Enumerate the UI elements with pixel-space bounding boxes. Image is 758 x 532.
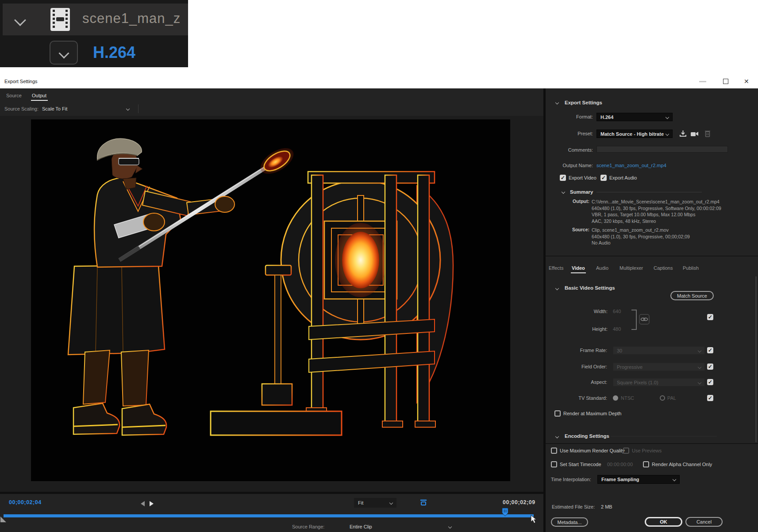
- tab-publish[interactable]: Publish: [683, 265, 699, 271]
- dialog-titlebar: Export Settings ✕: [0, 75, 758, 88]
- encoding-title: Encoding Settings: [565, 433, 609, 439]
- start-timecode-value: 00:00:00:00: [607, 462, 633, 467]
- save-preset-icon[interactable]: [679, 130, 687, 138]
- screenshot-root: scene1_man_z H.264 Export Settings ✕ Sou…: [0, 0, 758, 532]
- frame-rate-checkbox[interactable]: [707, 347, 713, 353]
- film-clip-icon: [50, 7, 71, 32]
- time-interpolation-label: Time Interpolation:: [551, 477, 591, 482]
- ntsc-radio: [613, 395, 618, 401]
- settings-scrollbar-track[interactable]: [755, 276, 757, 442]
- chevron-down-icon: [673, 478, 676, 481]
- maximize-button[interactable]: [723, 79, 728, 84]
- set-out-point-icon[interactable]: [150, 501, 154, 506]
- dialog-title: Export Settings: [4, 79, 38, 84]
- match-source-button[interactable]: Match Source: [670, 291, 714, 300]
- chevron-down-icon: [698, 348, 701, 352]
- queue-clip-name[interactable]: scene1_man_z: [82, 11, 181, 27]
- dimension-bracket: [631, 310, 637, 330]
- format-expand-button[interactable]: [50, 41, 78, 65]
- set-in-point-icon[interactable]: [141, 501, 145, 506]
- queue-format-link[interactable]: H.264: [93, 43, 135, 62]
- chevron-down-icon: [698, 365, 701, 368]
- estimated-size-label: Estimated File Size:: [552, 504, 595, 509]
- queue-inset-panel: scene1_man_z H.264: [0, 0, 188, 67]
- time-interpolation-value: Frame Sampling: [601, 477, 639, 482]
- frame-rate-label: Frame Rate:: [549, 348, 607, 353]
- dimensions-checkbox[interactable]: [707, 314, 713, 320]
- scrubber-bar[interactable]: [4, 514, 534, 517]
- source-scaling-select[interactable]: Scale To Fit: [42, 106, 67, 111]
- import-preset-icon[interactable]: [690, 130, 699, 138]
- link-dimensions-icon[interactable]: [639, 314, 650, 325]
- aspect-label: Aspect:: [549, 379, 607, 385]
- width-value[interactable]: 640: [613, 309, 621, 314]
- tab-source[interactable]: Source: [6, 93, 22, 98]
- summary-source-line: 640x480 (1.0), 30 fps, Progressive, 00;0…: [592, 233, 756, 240]
- render-alpha-checkbox[interactable]: [643, 461, 649, 467]
- tab-audio[interactable]: Audio: [596, 265, 608, 271]
- estimated-size-value: 2 MB: [601, 504, 612, 509]
- preset-label: Preset:: [549, 131, 593, 136]
- tab-video[interactable]: Video: [572, 265, 585, 271]
- chevron-down-icon: [58, 48, 69, 58]
- playhead-handle[interactable]: [502, 508, 508, 517]
- summary-output-line: C:\Venn...ate_Movie_Scenes\scene1_man_zo…: [592, 199, 756, 205]
- source-range-label: Source Range:: [292, 524, 324, 529]
- export-audio-label: Export Audio: [609, 175, 637, 180]
- output-name-link[interactable]: scene1_man_zoom_out_r2.mp4: [596, 163, 666, 168]
- duration-timecode: 00;00;02;09: [503, 499, 535, 505]
- max-render-quality-checkbox[interactable]: [551, 448, 557, 454]
- panel-lower-divider: [546, 443, 758, 444]
- preset-select[interactable]: Match Source - High bitrate: [596, 130, 673, 138]
- metadata-button[interactable]: Metadata...: [551, 517, 588, 527]
- format-value: H.264: [600, 115, 613, 120]
- current-timecode[interactable]: 00;00;02;04: [9, 499, 42, 505]
- tab-output[interactable]: Output: [32, 93, 46, 98]
- summary-rule: [596, 192, 702, 192]
- tab-captions[interactable]: Captions: [654, 265, 673, 271]
- summary-source-line: No Audio: [592, 240, 756, 246]
- zoom-level-select[interactable]: Fit: [354, 498, 396, 508]
- time-interpolation-select[interactable]: Frame Sampling: [597, 475, 680, 484]
- delete-preset-icon[interactable]: [704, 130, 711, 138]
- chevron-down-icon: [666, 115, 669, 119]
- export-video-label: Export Video: [569, 175, 596, 180]
- comments-input[interactable]: [596, 146, 728, 153]
- crop-output-icon[interactable]: [419, 498, 427, 506]
- use-previews-label: Use Previews: [632, 448, 662, 453]
- field-order-checkbox[interactable]: [707, 364, 713, 370]
- summary-output-label: Output:: [549, 199, 589, 204]
- cancel-button[interactable]: Cancel: [685, 517, 723, 527]
- export-video-checkbox[interactable]: [560, 175, 566, 181]
- height-value[interactable]: 480: [613, 326, 621, 332]
- tv-standard-checkbox[interactable]: [707, 395, 713, 401]
- minimize-button[interactable]: [699, 81, 706, 82]
- set-start-timecode-checkbox[interactable]: [551, 461, 557, 467]
- use-previews-checkbox: [623, 448, 629, 454]
- output-name-label: Output Name:: [549, 163, 593, 168]
- tab-effects[interactable]: Effects: [549, 265, 563, 271]
- pane-divider[interactable]: [543, 88, 546, 532]
- close-button[interactable]: ✕: [744, 78, 749, 85]
- format-select[interactable]: H.264: [596, 113, 673, 121]
- toolbar-separator: [138, 104, 139, 113]
- field-order-select: Progressive: [613, 363, 705, 371]
- ok-button[interactable]: OK: [645, 517, 682, 527]
- width-label: Width:: [549, 309, 608, 314]
- source-scaling-label: Source Scaling:: [4, 106, 38, 111]
- render-max-depth-checkbox[interactable]: [554, 410, 561, 417]
- export-audio-checkbox[interactable]: [600, 175, 607, 181]
- frame-rate-value: 30: [617, 348, 622, 353]
- source-range-select[interactable]: Entire Clip: [350, 524, 372, 529]
- aspect-checkbox[interactable]: [707, 379, 713, 385]
- set-start-timecode-label: Set Start Timecode: [560, 462, 601, 467]
- field-order-value: Progressive: [617, 364, 643, 370]
- panel-section-divider: [546, 256, 758, 256]
- tab-video-underline: [571, 272, 586, 273]
- render-alpha-label: Render Alpha Channel Only: [652, 462, 712, 467]
- tab-multiplexer[interactable]: Multiplexer: [619, 265, 643, 271]
- summary-source-lines: Clip, scene1_man_zoom_out_r2.mov 640x480…: [592, 227, 756, 246]
- ntsc-label: NTSC: [621, 395, 634, 401]
- glassblower-illustration: [31, 119, 510, 481]
- format-label: Format:: [549, 114, 593, 119]
